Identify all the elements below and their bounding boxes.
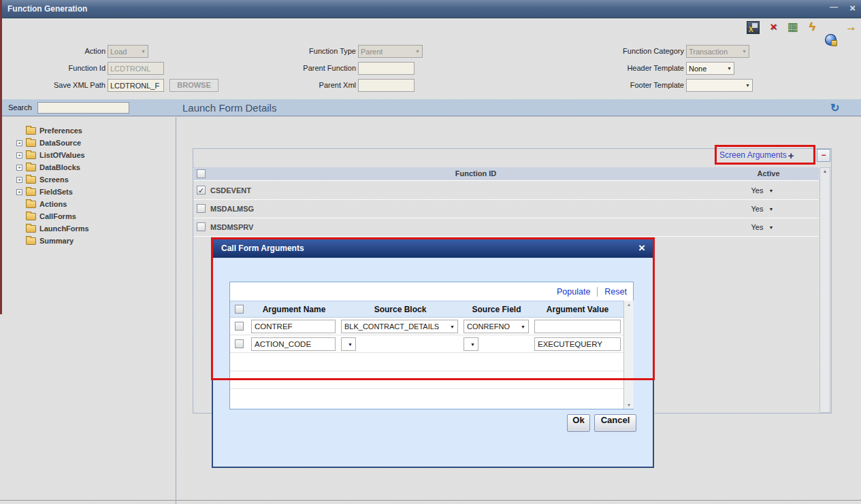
window-title: Function Generation bbox=[7, 4, 87, 14]
row-checkbox[interactable]: ✓ bbox=[197, 186, 206, 195]
active-value: Yes bbox=[751, 205, 764, 213]
window-left-border bbox=[0, 0, 2, 314]
argument-value-header: Argument Value bbox=[532, 305, 623, 314]
sidebar-item-listofvalues[interactable]: + ListOfValues bbox=[0, 150, 174, 161]
argument-name-field[interactable] bbox=[251, 337, 336, 351]
function-id-cell: MSDALMSG bbox=[210, 205, 254, 213]
expander-icon[interactable]: + bbox=[16, 140, 22, 146]
ok-button[interactable]: Ok bbox=[567, 414, 590, 432]
argument-name-header: Argument Name bbox=[249, 305, 339, 314]
active-column-header: Active bbox=[734, 169, 802, 178]
search-input[interactable] bbox=[37, 102, 129, 114]
sidebar-item-launchforms[interactable]: LaunchForms bbox=[0, 223, 174, 235]
tree-label: LaunchForms bbox=[39, 224, 89, 233]
folder-icon bbox=[26, 213, 36, 220]
source-field-select[interactable]: ▼ bbox=[464, 337, 478, 351]
expander-icon[interactable]: + bbox=[16, 189, 22, 195]
function-id-field[interactable] bbox=[108, 62, 164, 75]
parent-xml-field[interactable] bbox=[358, 79, 415, 92]
data-grid-icon[interactable]: ▦ bbox=[786, 21, 799, 34]
folder-icon bbox=[26, 201, 36, 208]
row-checkbox[interactable] bbox=[197, 222, 206, 231]
action-label: Action bbox=[3, 47, 105, 55]
table-row[interactable]: MSDMSPRV Yes ▼ bbox=[194, 218, 819, 237]
folder-icon bbox=[26, 176, 36, 184]
table-scrollbar[interactable]: ▲ bbox=[819, 167, 830, 413]
browse-button[interactable]: BROWSE bbox=[169, 79, 218, 92]
argument-value-field[interactable] bbox=[534, 337, 621, 351]
chevron-down-icon: ▼ bbox=[450, 324, 455, 329]
select-all-checkbox[interactable] bbox=[235, 305, 244, 314]
remove-row-button[interactable]: − bbox=[817, 149, 830, 162]
sidebar-item-datablocks[interactable]: + DataBlocks bbox=[0, 162, 174, 173]
export-excel-icon[interactable]: X bbox=[747, 21, 760, 34]
expander-icon[interactable]: + bbox=[16, 177, 22, 183]
source-block-header: Source Block bbox=[339, 305, 461, 314]
table-row[interactable]: MSDALMSG Yes ▼ bbox=[194, 200, 819, 218]
sidebar-item-callforms[interactable]: CallForms bbox=[0, 211, 174, 222]
source-block-select[interactable]: BLK_CONTRACT_DETAILS ▼ bbox=[341, 320, 458, 333]
sidebar-item-actions[interactable]: Actions bbox=[0, 199, 174, 210]
function-category-select[interactable]: Transaction ▼ bbox=[686, 45, 749, 58]
dialog-close-icon[interactable]: × bbox=[638, 241, 645, 255]
expander-icon[interactable]: + bbox=[16, 165, 22, 171]
screen-arguments-link[interactable]: Screen Arguments + bbox=[719, 148, 794, 162]
active-select[interactable]: Yes ▼ bbox=[738, 186, 786, 195]
row-checkbox[interactable] bbox=[235, 339, 244, 348]
parent-function-label: Parent Function bbox=[254, 64, 356, 72]
folder-icon bbox=[26, 127, 36, 135]
tree-label: DataSource bbox=[39, 139, 81, 147]
tree-label: Screens bbox=[39, 175, 69, 184]
dialog-table-scrollbar[interactable]: ▲ ▼ bbox=[623, 301, 634, 409]
argument-name-field[interactable] bbox=[251, 320, 336, 333]
cancel-button[interactable]: Cancel bbox=[594, 414, 636, 432]
header-template-select[interactable]: None ▼ bbox=[686, 62, 734, 75]
source-field-select[interactable]: CONREFNO ▼ bbox=[464, 320, 529, 333]
exit-icon[interactable]: → bbox=[845, 21, 858, 34]
select-all-checkbox[interactable] bbox=[197, 169, 206, 178]
table-row[interactable]: ✓ CSDEVENT Yes ▼ bbox=[194, 182, 819, 200]
argument-row: BLK_CONTRACT_DETAILS ▼ CONREFNO ▼ bbox=[230, 318, 623, 335]
source-block-select[interactable]: ▼ bbox=[341, 337, 356, 351]
save-xml-path-label: Save XML Path bbox=[3, 81, 105, 89]
sidebar-item-preferences[interactable]: Preferences bbox=[0, 125, 174, 137]
parent-function-field[interactable] bbox=[358, 62, 415, 75]
minimize-icon[interactable]: — bbox=[830, 2, 838, 12]
row-checkbox[interactable] bbox=[235, 322, 244, 331]
scroll-up-icon[interactable]: ▲ bbox=[624, 302, 634, 307]
active-select[interactable]: Yes ▼ bbox=[738, 205, 786, 213]
populate-link[interactable]: Populate bbox=[557, 287, 590, 297]
scroll-up-icon[interactable]: ▲ bbox=[820, 169, 830, 173]
search-label: Search bbox=[8, 103, 32, 112]
generate-icon[interactable]: ϟ bbox=[806, 21, 819, 34]
empty-row-separator bbox=[230, 371, 623, 371]
active-select[interactable]: Yes ▼ bbox=[738, 223, 786, 231]
empty-row-separator bbox=[230, 388, 623, 389]
header-template-value: None bbox=[689, 65, 706, 73]
grid-header-row: Function ID Active bbox=[194, 167, 819, 181]
argument-value-field[interactable] bbox=[534, 320, 621, 333]
scroll-down-icon[interactable]: ▼ bbox=[624, 403, 634, 407]
source-field-header: Source Field bbox=[461, 305, 532, 314]
reset-link[interactable]: Reset bbox=[604, 287, 627, 297]
delete-icon[interactable]: × bbox=[767, 21, 780, 34]
action-select[interactable]: Load ▼ bbox=[108, 45, 148, 58]
row-checkbox[interactable] bbox=[197, 204, 206, 213]
save-xml-path-field[interactable] bbox=[108, 79, 164, 92]
sidebar-item-fieldsets[interactable]: + FieldSets bbox=[0, 186, 174, 198]
tree-label: Summary bbox=[39, 237, 74, 245]
expander-icon[interactable]: + bbox=[16, 152, 22, 158]
sidebar-item-summary[interactable]: Summary bbox=[0, 235, 174, 247]
close-icon[interactable]: × bbox=[849, 3, 856, 13]
screen-arguments-label: Screen Arguments bbox=[719, 150, 787, 160]
refresh-icon[interactable]: ↻ bbox=[830, 101, 839, 114]
footer-template-select[interactable]: ▼ bbox=[686, 79, 753, 92]
web-icon[interactable] bbox=[825, 34, 836, 46]
tree-label: ListOfValues bbox=[39, 151, 85, 159]
panel-toolbar: Populate Reset bbox=[230, 282, 633, 301]
folder-icon bbox=[26, 188, 36, 196]
sidebar-item-screens[interactable]: + Screens bbox=[0, 174, 174, 186]
sidebar-item-datasource[interactable]: + DataSource bbox=[0, 137, 174, 149]
function-type-select[interactable]: Parent ▼ bbox=[358, 45, 423, 58]
source-field-value: CONREFNO bbox=[467, 322, 510, 331]
